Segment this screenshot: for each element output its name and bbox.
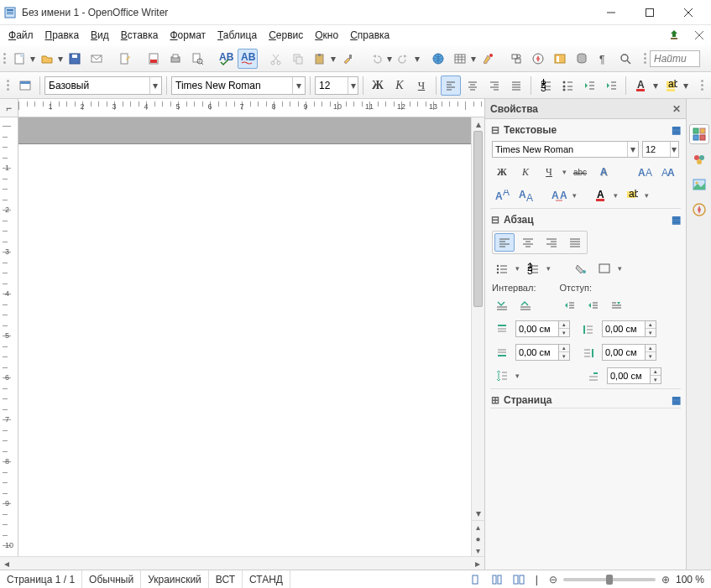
sidebar-subscript-button[interactable]: AA xyxy=(515,186,536,205)
zoom-button[interactable] xyxy=(615,49,635,69)
new-dropdown[interactable]: ▾ xyxy=(30,53,35,65)
font-size-combo[interactable]: ▾ xyxy=(315,76,358,95)
para-bgcolor-button[interactable] xyxy=(571,259,591,278)
highlight-button[interactable]: ab xyxy=(661,75,681,96)
zoom-value[interactable]: 100 % xyxy=(676,574,704,585)
sidebar-italic-button[interactable]: К xyxy=(515,163,536,181)
indent-right-input[interactable] xyxy=(602,344,646,361)
toolbar2-overflow[interactable] xyxy=(698,80,706,91)
undo-dropdown[interactable]: ▾ xyxy=(387,53,392,65)
scroll-left-button[interactable]: ◂ xyxy=(0,557,13,570)
spacing-decrease-above[interactable] xyxy=(515,296,536,315)
indent-left-input[interactable] xyxy=(602,320,646,337)
numbered-list-button[interactable]: 123 xyxy=(536,75,556,96)
para-bullets-button[interactable] xyxy=(492,259,512,278)
align-left-button[interactable] xyxy=(441,75,461,96)
sidebar-tab-gallery[interactable] xyxy=(689,174,709,195)
toolbar-grip-2[interactable] xyxy=(3,80,12,91)
sidebar-fontsize-combo[interactable]: ▾ xyxy=(642,141,679,158)
para-align-left[interactable] xyxy=(494,233,515,252)
spacing-above-input[interactable] xyxy=(515,320,559,337)
table-button[interactable] xyxy=(450,49,470,69)
sidebar-fontcolor-button[interactable]: A xyxy=(590,186,610,205)
hyperlink-button[interactable] xyxy=(428,49,448,69)
bulleted-list-button[interactable] xyxy=(557,75,578,96)
status-page[interactable]: Страница 1 / 1 xyxy=(0,570,82,588)
scroll-up-button[interactable]: ▴ xyxy=(472,117,484,131)
section-page-options[interactable]: ▦ xyxy=(672,394,681,406)
view-book[interactable] xyxy=(509,570,529,589)
scroll-thumb[interactable] xyxy=(473,131,483,307)
edit-doc-button[interactable] xyxy=(115,49,135,69)
cut-button[interactable] xyxy=(266,49,286,69)
export-pdf-button[interactable] xyxy=(144,49,164,69)
toolbar-overflow[interactable] xyxy=(644,53,646,64)
print-button[interactable] xyxy=(165,49,186,69)
email-button[interactable] xyxy=(86,49,107,69)
sidebar-highlight-button[interactable]: ab xyxy=(621,186,641,205)
horizontal-scrollbar[interactable]: ◂ ▸ xyxy=(0,556,484,570)
status-language[interactable]: Украинский xyxy=(141,570,209,588)
section-text-options[interactable]: ▦ xyxy=(672,124,681,136)
menu-help[interactable]: Справка xyxy=(345,28,395,43)
line-spacing-icon[interactable] xyxy=(492,367,512,385)
align-justify-button[interactable] xyxy=(506,75,526,96)
sidebar-shrink-font-button[interactable]: AA xyxy=(659,163,679,181)
spacing-below-spinner[interactable]: ▴▾ xyxy=(515,344,570,361)
zoom-out-button[interactable]: ⊖ xyxy=(546,573,560,586)
status-insert-mode[interactable]: ВСТ xyxy=(209,570,243,588)
datasources-button[interactable] xyxy=(572,49,592,69)
indent-decrease-button[interactable] xyxy=(583,296,603,315)
zoom-in-button[interactable]: ⊕ xyxy=(659,573,672,586)
toolbar-grip[interactable] xyxy=(3,53,6,64)
para-border-button[interactable] xyxy=(594,259,614,278)
sidebar-bold-button[interactable]: Ж xyxy=(492,163,512,181)
document-canvas[interactable] xyxy=(18,117,471,556)
sidebar-shadow-button[interactable]: A xyxy=(593,163,614,181)
vertical-ruler[interactable]: 12345678910 xyxy=(0,117,18,556)
paragraph-style-combo[interactable]: ▾ xyxy=(44,76,162,95)
sidebar-underline-button[interactable]: Ч xyxy=(539,163,559,181)
font-color-button[interactable]: A xyxy=(630,75,651,96)
spacing-increase-above[interactable] xyxy=(492,296,512,315)
autospellcheck-button[interactable]: ABC xyxy=(238,49,258,69)
indent-right-spinner[interactable]: ▴▾ xyxy=(602,344,656,361)
para-align-center[interactable] xyxy=(518,233,538,252)
font-name-dropdown[interactable]: ▾ xyxy=(292,77,305,94)
prev-page-button[interactable]: ▴ xyxy=(472,521,484,533)
collapse-icon[interactable]: ⊟ xyxy=(490,124,500,136)
spacing-below-input[interactable] xyxy=(515,344,559,361)
gallery-button[interactable] xyxy=(550,49,570,69)
format-paintbrush-button[interactable] xyxy=(337,49,358,69)
highlight-dropdown[interactable]: ▾ xyxy=(682,80,689,91)
sidebar-font-input[interactable] xyxy=(493,144,627,154)
collapse-icon[interactable]: ⊟ xyxy=(490,214,500,226)
para-align-right[interactable] xyxy=(541,233,562,252)
status-selection-mode[interactable]: СТАНД xyxy=(243,570,290,588)
maximize-button[interactable] xyxy=(630,0,669,25)
font-size-dropdown[interactable]: ▾ xyxy=(348,77,358,94)
indent-increase-button[interactable] xyxy=(559,296,579,315)
para-align-justify[interactable] xyxy=(565,233,585,252)
sidebar-char-spacing-button[interactable]: AA xyxy=(549,186,569,205)
nonprinting-button[interactable]: ¶ xyxy=(593,49,614,69)
paragraph-style-input[interactable] xyxy=(45,77,149,94)
menu-table[interactable]: Таблица xyxy=(212,28,262,43)
underline-button[interactable]: Ч xyxy=(411,75,431,96)
font-size-input[interactable] xyxy=(316,77,348,94)
undo-button[interactable] xyxy=(366,49,386,69)
bold-button[interactable]: Ж xyxy=(368,75,388,96)
sidebar-close-button[interactable]: ✕ xyxy=(672,103,681,115)
print-preview-button[interactable] xyxy=(187,49,207,69)
navigator-button[interactable] xyxy=(528,49,548,69)
redo-button[interactable] xyxy=(394,49,414,69)
menu-window[interactable]: Окно xyxy=(310,28,343,43)
menu-format[interactable]: Формат xyxy=(165,28,211,43)
zoom-slider[interactable] xyxy=(563,578,656,581)
save-button[interactable] xyxy=(65,49,85,69)
scroll-down-button[interactable]: ▾ xyxy=(472,507,484,520)
styles-button[interactable] xyxy=(15,75,35,96)
sidebar-tab-styles[interactable] xyxy=(689,149,709,169)
menu-view[interactable]: Вид xyxy=(86,28,114,43)
increase-indent-button[interactable] xyxy=(601,75,621,96)
